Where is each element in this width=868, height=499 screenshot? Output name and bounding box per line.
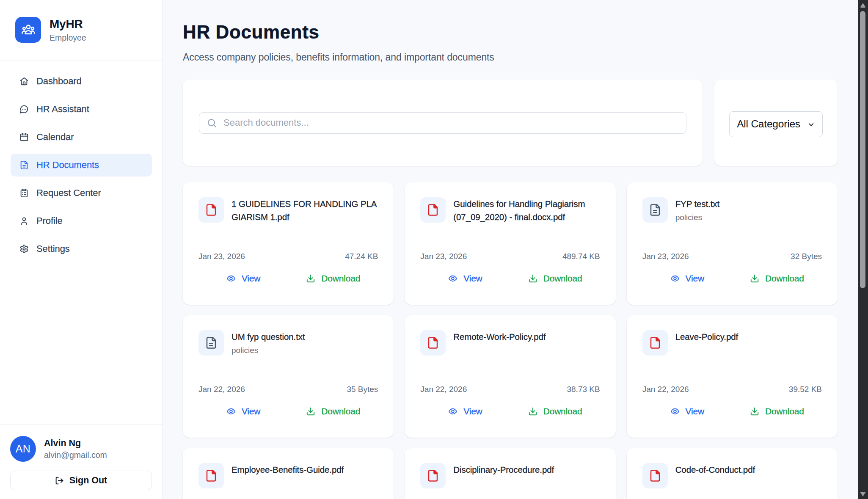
- document-date: Jan 23, 2026: [198, 251, 245, 262]
- document-card: Disciplinary-Procedure.pdf View Download: [405, 448, 615, 499]
- download-label: Download: [321, 273, 360, 284]
- document-card: Guidelines for Handling Plagiarism (07_0…: [405, 182, 615, 305]
- sidebar-item-settings[interactable]: Settings: [11, 237, 152, 260]
- document-size: 38.73 KB: [567, 384, 600, 395]
- sidebar-item-dashboard[interactable]: Dashboard: [11, 70, 152, 93]
- pdf-file-icon: [642, 463, 668, 488]
- document-card: Leave-Policy.pdf Jan 22, 2026 39.52 KB V…: [627, 315, 838, 438]
- clipboard-icon: [19, 188, 29, 198]
- text-file-icon: [642, 197, 668, 223]
- category-select[interactable]: All Categories: [729, 111, 823, 137]
- users-icon: [21, 23, 36, 37]
- document-title: Remote-Work-Policy.pdf: [453, 331, 600, 344]
- home-icon: [19, 77, 29, 86]
- download-label: Download: [765, 406, 804, 416]
- download-button[interactable]: Download: [510, 404, 600, 419]
- scrollbar-thumb[interactable]: [860, 11, 865, 288]
- sidebar-item-profile[interactable]: Profile: [11, 210, 152, 232]
- pdf-file-icon: [420, 330, 446, 356]
- scrollbar[interactable]: [858, 0, 868, 499]
- download-icon: [750, 407, 759, 416]
- view-button[interactable]: View: [642, 404, 732, 419]
- avatar: AN: [10, 436, 36, 462]
- sidebar-item-label: Dashboard: [36, 76, 82, 87]
- page-title: HR Documents: [183, 21, 838, 44]
- user-email: alvin@gmail.com: [44, 450, 107, 460]
- chevron-down-icon: [807, 121, 815, 129]
- view-button[interactable]: View: [420, 271, 510, 286]
- download-button[interactable]: Download: [510, 271, 600, 286]
- view-label: View: [463, 406, 482, 416]
- app-role: Employee: [50, 33, 86, 43]
- view-button[interactable]: View: [198, 271, 288, 286]
- app-logo: [15, 17, 41, 43]
- download-button[interactable]: Download: [732, 404, 822, 419]
- sign-out-button[interactable]: Sign Out: [10, 471, 152, 490]
- pdf-file-icon: [642, 330, 668, 356]
- document-category: policies: [675, 212, 822, 223]
- download-button[interactable]: Download: [732, 271, 822, 286]
- document-date: Jan 22, 2026: [420, 384, 467, 395]
- sidebar-item-calendar[interactable]: Calendar: [11, 126, 152, 149]
- search-input[interactable]: [199, 112, 686, 134]
- scroll-down-icon[interactable]: [858, 489, 868, 499]
- eye-icon: [226, 407, 236, 416]
- category-select-value: All Categories: [737, 118, 800, 130]
- sidebar-item-label: Settings: [36, 243, 70, 254]
- eye-icon: [670, 274, 680, 283]
- eye-icon: [448, 407, 457, 416]
- sidebar-item-hr-assistant[interactable]: HR Assistant: [11, 98, 152, 121]
- view-label: View: [463, 273, 482, 284]
- sidebar-item-hr-documents[interactable]: HR Documents: [11, 154, 152, 176]
- download-button[interactable]: Download: [288, 404, 378, 419]
- document-size: 35 Bytes: [347, 384, 378, 395]
- app-logo-block: MyHR Employee: [0, 0, 162, 61]
- document-card: FYP test.txt policies Jan 23, 2026 32 By…: [627, 182, 838, 305]
- document-date: Jan 22, 2026: [198, 384, 245, 395]
- document-card: Code-of-Conduct.pdf View Download: [627, 448, 838, 499]
- download-icon: [306, 407, 315, 416]
- document-title: Disciplinary-Procedure.pdf: [453, 463, 600, 477]
- eye-icon: [226, 274, 236, 283]
- documents-grid: 1 GUIDELINES FOR HANDLING PLAGIARISM 1.p…: [183, 182, 838, 499]
- document-category: policies: [231, 345, 378, 356]
- view-label: View: [242, 406, 260, 416]
- document-title: UM fyp question.txt: [231, 331, 378, 344]
- sidebar: MyHR Employee Dashboard HR Assistant Cal…: [0, 0, 163, 499]
- app-name: MyHR: [50, 17, 86, 31]
- view-button[interactable]: View: [642, 271, 732, 286]
- sidebar-item-request-center[interactable]: Request Center: [11, 182, 152, 204]
- document-date: Jan 22, 2026: [642, 384, 689, 395]
- view-button[interactable]: View: [198, 404, 288, 419]
- page-subtitle: Access company policies, benefits inform…: [183, 50, 838, 64]
- eye-icon: [448, 274, 457, 283]
- document-title: Guidelines for Handling Plagiarism (07_0…: [453, 198, 588, 223]
- scroll-up-icon[interactable]: [858, 0, 868, 10]
- sign-out-label: Sign Out: [69, 475, 107, 486]
- document-size: 39.52 KB: [789, 384, 822, 395]
- document-date: Jan 23, 2026: [420, 251, 467, 262]
- document-card: Employee-Benefits-Guide.pdf View Downloa…: [183, 448, 394, 499]
- download-label: Download: [543, 273, 582, 284]
- document-card: Remote-Work-Policy.pdf Jan 22, 2026 38.7…: [405, 315, 615, 438]
- view-label: View: [686, 273, 704, 284]
- view-button[interactable]: View: [420, 404, 510, 419]
- pdf-file-icon: [198, 197, 224, 223]
- calendar-icon: [19, 132, 29, 142]
- download-label: Download: [321, 406, 360, 416]
- document-size: 489.74 KB: [562, 251, 600, 262]
- pdf-file-icon: [420, 463, 446, 488]
- main-content: HR Documents Access company policies, be…: [163, 0, 868, 499]
- download-label: Download: [765, 273, 804, 284]
- view-label: View: [686, 406, 704, 416]
- sidebar-item-label: Calendar: [36, 132, 74, 143]
- download-button[interactable]: Download: [288, 271, 378, 286]
- logout-icon: [55, 476, 69, 485]
- document-size: 32 Bytes: [791, 251, 822, 262]
- user-name: Alvin Ng: [44, 438, 107, 449]
- document-size: 47.24 KB: [345, 251, 378, 262]
- document-title: 1 GUIDELINES FOR HANDLING PLAGIARISM 1.p…: [231, 198, 378, 223]
- user-block: AN Alvin Ng alvin@gmail.com Sign Out: [0, 425, 162, 499]
- download-icon: [528, 274, 537, 283]
- filter-row: All Categories: [183, 80, 838, 166]
